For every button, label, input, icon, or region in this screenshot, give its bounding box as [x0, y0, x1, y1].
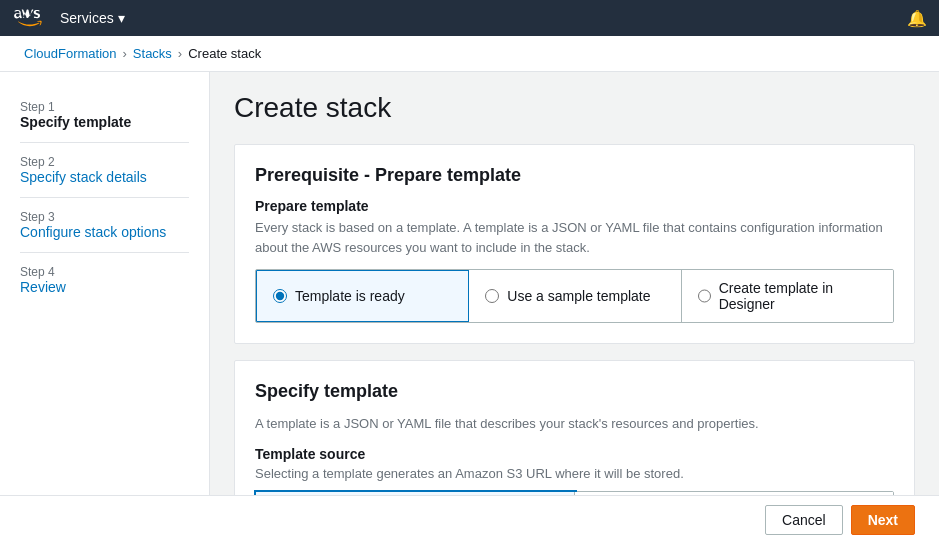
prerequisite-card-title: Prerequisite - Prepare template	[255, 165, 894, 186]
radio-designer-template[interactable]	[698, 289, 711, 303]
option-sample-template[interactable]: Use a sample template	[469, 270, 681, 322]
sidebar-step-3[interactable]: Step 3 Configure stack options	[0, 202, 209, 248]
breadcrumb-sep-2: ›	[178, 46, 182, 61]
services-button[interactable]: Services ▾	[60, 10, 125, 26]
breadcrumb: CloudFormation › Stacks › Create stack	[0, 36, 939, 72]
prerequisite-card: Prerequisite - Prepare template Prepare …	[234, 144, 915, 344]
radio-sample-template[interactable]	[485, 289, 499, 303]
step-1-title: Specify template	[20, 114, 189, 130]
cancel-button[interactable]: Cancel	[765, 505, 843, 535]
breadcrumb-cloudformation[interactable]: CloudFormation	[24, 46, 117, 61]
prepare-template-desc: Every stack is based on a template. A te…	[255, 218, 894, 257]
step-1-label: Step 1	[20, 100, 189, 114]
top-nav: Services ▾ 🔔	[0, 0, 939, 36]
step-divider-3	[20, 252, 189, 253]
prepare-template-label: Prepare template	[255, 198, 894, 214]
template-source-hint: Selecting a template generates an Amazon…	[255, 466, 894, 481]
step-divider-2	[20, 197, 189, 198]
step-3-title: Configure stack options	[20, 224, 189, 240]
option-designer-label: Create template in Designer	[719, 280, 877, 312]
sidebar: Step 1 Specify template Step 2 Specify s…	[0, 72, 210, 543]
breadcrumb-sep-1: ›	[123, 46, 127, 61]
bell-icon: 🔔	[907, 9, 927, 28]
specify-template-desc: A template is a JSON or YAML file that d…	[255, 414, 894, 434]
template-source-label: Template source	[255, 446, 894, 462]
radio-template-ready[interactable]	[273, 289, 287, 303]
breadcrumb-current: Create stack	[188, 46, 261, 61]
option-designer-template[interactable]: Create template in Designer	[682, 270, 893, 322]
step-2-label: Step 2	[20, 155, 189, 169]
sidebar-step-2[interactable]: Step 2 Specify stack details	[0, 147, 209, 193]
bottom-bar: Cancel Next	[0, 495, 939, 543]
step-4-label: Step 4	[20, 265, 189, 279]
option-ready-label: Template is ready	[295, 288, 405, 304]
breadcrumb-stacks[interactable]: Stacks	[133, 46, 172, 61]
step-divider-1	[20, 142, 189, 143]
aws-logo	[12, 8, 44, 28]
option-template-ready[interactable]: Template is ready	[255, 269, 470, 323]
step-3-label: Step 3	[20, 210, 189, 224]
main-content: Create stack Prerequisite - Prepare temp…	[210, 72, 939, 543]
page-layout: Step 1 Specify template Step 2 Specify s…	[0, 72, 939, 543]
option-sample-label: Use a sample template	[507, 288, 650, 304]
step-4-title: Review	[20, 279, 189, 295]
specify-template-title: Specify template	[255, 381, 894, 402]
services-label: Services	[60, 10, 114, 26]
sidebar-step-1[interactable]: Step 1 Specify template	[0, 92, 209, 138]
prepare-template-options: Template is ready Use a sample template …	[255, 269, 894, 323]
next-button[interactable]: Next	[851, 505, 915, 535]
sidebar-step-4[interactable]: Step 4 Review	[0, 257, 209, 303]
page-title: Create stack	[234, 92, 915, 124]
services-chevron: ▾	[118, 10, 125, 26]
step-2-title: Specify stack details	[20, 169, 189, 185]
